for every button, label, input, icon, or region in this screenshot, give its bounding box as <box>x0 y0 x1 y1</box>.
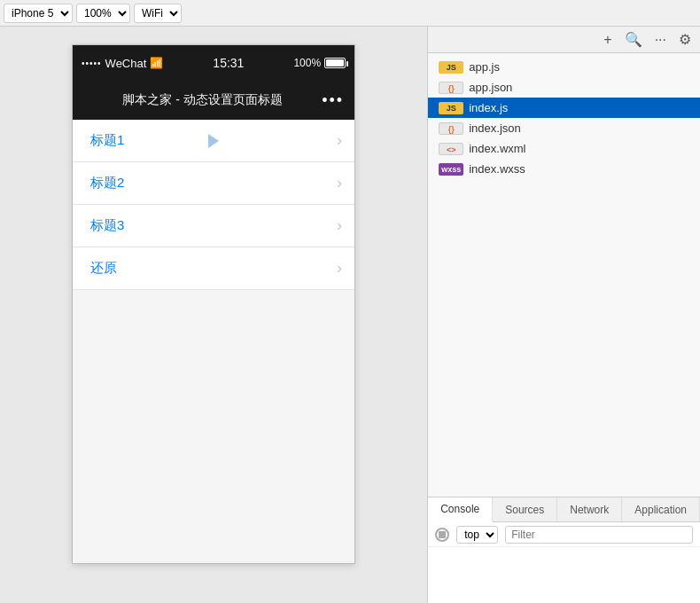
right-top-toolbar: + 🔍 ··· ⚙ <box>428 27 700 53</box>
network-select[interactable]: WiFi <box>134 4 182 23</box>
file-name-label: index.wxss <box>469 162 525 176</box>
search-icon[interactable]: 🔍 <box>623 29 644 50</box>
console-tab-application[interactable]: Application <box>622 497 700 521</box>
console-panel: ConsoleSourcesNetworkApplication top <box>428 497 700 603</box>
console-tab-network[interactable]: Network <box>557 497 622 521</box>
menu-label-1: 标题1 <box>90 132 124 149</box>
menu-label-2: 标题2 <box>90 175 124 192</box>
file-name-label: app.js <box>469 60 500 74</box>
file-badge-js: JS <box>439 102 463 114</box>
file-item-app-js[interactable]: JSapp.js <box>428 57 700 77</box>
add-icon[interactable]: + <box>602 30 613 50</box>
right-panel: + 🔍 ··· ⚙ JSapp.js{}app.jsonJSindex.js{}… <box>427 27 700 603</box>
main-area: ••••• WeChat 📶 15:31 100% 脚本之家 - 动态设置页面标… <box>0 27 700 603</box>
file-tree: JSapp.js{}app.jsonJSindex.js{}index.json… <box>428 53 700 497</box>
stop-inner <box>439 531 446 538</box>
menu-item-1[interactable]: 标题1 <box>73 120 354 162</box>
menu-item-2[interactable]: 标题2 <box>73 162 354 205</box>
context-select[interactable]: top <box>456 526 498 544</box>
file-item-index-wxss[interactable]: wxssindex.wxss <box>428 159 700 179</box>
battery-icon <box>324 58 346 68</box>
file-name-label: index.wxml <box>469 142 525 155</box>
settings-icon[interactable]: ⚙ <box>677 29 693 50</box>
navbar-dots: ••• <box>322 91 344 110</box>
status-left: ••••• WeChat 📶 <box>82 57 163 70</box>
file-name-label: index.json <box>469 121 521 135</box>
file-badge-wxml: <> <box>439 143 463 155</box>
app-name: WeChat <box>105 57 147 70</box>
console-tabs: ConsoleSourcesNetworkApplication <box>428 497 700 522</box>
phone-status-bar: ••••• WeChat 📶 15:31 100% <box>73 45 354 81</box>
file-badge-json: {} <box>439 82 463 94</box>
status-right: 100% <box>293 57 346 69</box>
signal-dots: ••••• <box>82 59 102 68</box>
file-name-label: app.json <box>469 81 512 94</box>
file-item-app-json[interactable]: {}app.json <box>428 77 700 98</box>
console-tab-sources[interactable]: Sources <box>493 497 557 521</box>
menu-label-restore: 还原 <box>90 260 117 277</box>
phone-empty-space <box>73 290 354 521</box>
navbar-title: 脚本之家 - 动态设置页面标题 <box>83 92 322 108</box>
more-icon[interactable]: ··· <box>653 30 668 50</box>
file-badge-json: {} <box>439 122 463 135</box>
cursor-indicator <box>208 134 219 148</box>
file-name-label: index.js <box>469 101 508 114</box>
zoom-select[interactable]: 100% <box>76 4 130 23</box>
menu-item-restore[interactable]: 还原 <box>73 247 354 290</box>
device-select[interactable]: iPhone 5 <box>4 4 73 23</box>
file-item-index-js[interactable]: JSindex.js <box>428 98 700 118</box>
wechat-navbar: 脚本之家 - 动态设置页面标题 ••• <box>73 81 354 120</box>
console-tab-console[interactable]: Console <box>428 497 493 522</box>
menu-item-3[interactable]: 标题3 <box>73 205 354 247</box>
file-badge-wxss: wxss <box>439 163 463 176</box>
stop-icon[interactable] <box>435 528 449 542</box>
file-badge-js: JS <box>439 61 463 74</box>
top-toolbar: iPhone 5 100% WiFi <box>0 0 700 27</box>
file-item-index-wxml[interactable]: <>index.wxml <box>428 138 700 159</box>
wifi-icon: 📶 <box>150 57 163 69</box>
file-item-index-json[interactable]: {}index.json <box>428 118 700 138</box>
filter-input[interactable] <box>505 526 693 544</box>
status-time: 15:31 <box>213 56 244 70</box>
battery-percent: 100% <box>293 57 321 69</box>
phone-frame: ••••• WeChat 📶 15:31 100% 脚本之家 - 动态设置页面标… <box>72 44 355 564</box>
phone-content: 标题1 标题2 标题3 还原 <box>73 120 354 563</box>
menu-label-3: 标题3 <box>90 217 124 234</box>
console-toolbar: top <box>428 522 700 547</box>
simulator-panel: ••••• WeChat 📶 15:31 100% 脚本之家 - 动态设置页面标… <box>0 27 427 603</box>
